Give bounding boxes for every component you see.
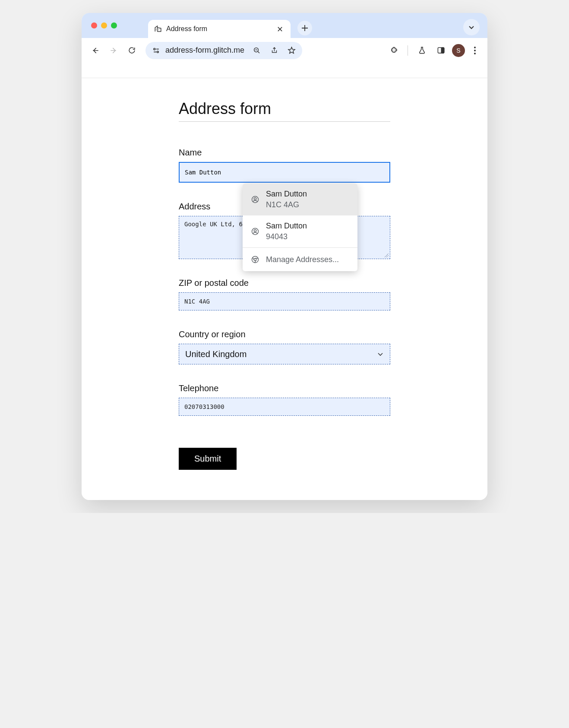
svg-point-8 — [254, 230, 256, 232]
browser-window: Address form — [82, 13, 487, 500]
manage-addresses-label: Manage Addresses... — [266, 255, 339, 264]
autofill-suggestion-1[interactable]: Sam Dutton 94043 — [243, 215, 357, 247]
svg-point-6 — [254, 198, 256, 200]
browser-toolbar: address-form.glitch.me S — [82, 38, 487, 63]
window-maximize-button[interactable] — [111, 22, 117, 28]
zip-value: N1C 4AG — [184, 298, 210, 305]
autofill-suggestion-0[interactable]: Sam Dutton N1C 4AG — [243, 184, 357, 215]
field-telephone: Telephone 02070313000 — [179, 383, 390, 416]
back-button[interactable] — [88, 43, 103, 58]
country-select[interactable]: United Kingdom — [179, 344, 390, 364]
page-title: Address form — [179, 100, 390, 122]
tab-favicon — [154, 25, 162, 33]
name-value: Sam Dutton — [185, 169, 221, 176]
label-country: Country or region — [179, 329, 390, 339]
window-close-button[interactable] — [91, 22, 97, 28]
sidepanel-icon[interactable] — [433, 43, 449, 58]
field-zip: ZIP or postal code N1C 4AG — [179, 278, 390, 310]
browser-tab[interactable]: Address form — [148, 20, 291, 38]
manage-addresses-button[interactable]: Manage Addresses... — [243, 248, 357, 271]
person-icon — [250, 227, 260, 236]
tab-title: Address form — [166, 25, 271, 33]
autofill-popup: Sam Dutton N1C 4AG Sam Dutton 94043 — [243, 184, 357, 271]
zoom-icon[interactable] — [250, 44, 263, 57]
field-country: Country or region United Kingdom — [179, 329, 390, 364]
extensions-icon[interactable] — [386, 43, 401, 58]
toolbar-separator — [408, 45, 408, 56]
url-text: address-form.glitch.me — [165, 46, 246, 55]
share-icon[interactable] — [268, 44, 281, 57]
chevron-down-icon — [377, 351, 384, 358]
svg-rect-4 — [441, 47, 444, 53]
submit-button[interactable]: Submit — [179, 448, 237, 470]
label-name: Name — [179, 148, 390, 158]
titlebar: Address form — [82, 13, 487, 38]
svg-point-0 — [154, 48, 155, 50]
name-input[interactable]: Sam Dutton — [179, 162, 390, 183]
window-minimize-button[interactable] — [101, 22, 107, 28]
tab-close-button[interactable] — [275, 24, 284, 34]
window-controls — [91, 22, 117, 28]
chrome-icon — [250, 255, 260, 264]
reload-button[interactable] — [124, 43, 139, 58]
suggestion-name: Sam Dutton — [266, 190, 307, 199]
bookmark-icon[interactable] — [285, 44, 298, 57]
labs-icon[interactable] — [414, 43, 430, 58]
suggestion-detail: 94043 — [266, 232, 307, 241]
svg-point-1 — [157, 51, 158, 53]
address-value: Google UK Ltd, 6 — [184, 221, 243, 228]
browser-menu-button[interactable] — [468, 44, 481, 57]
suggestion-name: Sam Dutton — [266, 222, 307, 231]
new-tab-button[interactable] — [297, 21, 312, 35]
site-settings-icon[interactable] — [152, 46, 161, 55]
toolbar-right: S — [386, 43, 481, 58]
telephone-input[interactable]: 02070313000 — [179, 398, 390, 416]
avatar-initial: S — [456, 47, 460, 54]
suggestion-detail: N1C 4AG — [266, 200, 307, 209]
forward-button[interactable] — [106, 43, 121, 58]
country-value: United Kingdom — [185, 349, 247, 359]
page-content: Address form Name Sam Dutton Sam Dutton … — [82, 78, 487, 500]
address-bar[interactable]: address-form.glitch.me — [145, 42, 302, 59]
label-zip: ZIP or postal code — [179, 278, 390, 288]
profile-avatar[interactable]: S — [452, 44, 465, 57]
telephone-value: 02070313000 — [184, 403, 224, 410]
label-telephone: Telephone — [179, 383, 390, 393]
tabs-dropdown-button[interactable] — [463, 19, 480, 35]
field-name: Name Sam Dutton — [179, 148, 390, 183]
person-icon — [250, 195, 260, 204]
zip-input[interactable]: N1C 4AG — [179, 292, 390, 310]
